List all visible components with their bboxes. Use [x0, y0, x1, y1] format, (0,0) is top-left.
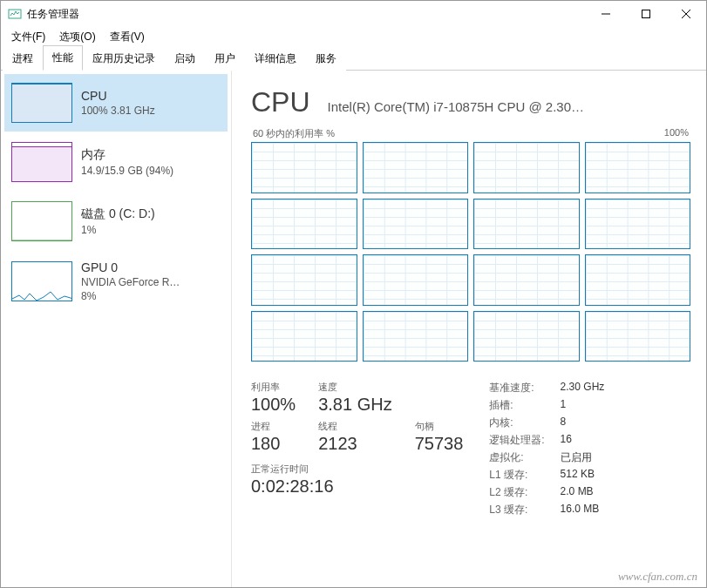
detail-panel: CPU Intel(R) Core(TM) i7-10875H CPU @ 2.… [232, 71, 706, 587]
info-cores-label: 内核: [489, 416, 544, 430]
close-button[interactable] [666, 1, 706, 27]
info-sockets: 1 [561, 398, 605, 413]
menu-file[interactable]: 文件(F) [4, 28, 52, 46]
disk-thumbnail-chart [11, 201, 72, 241]
sidebar: CPU 100% 3.81 GHz 内存 14.9/15.9 GB (94%) … [1, 71, 232, 587]
cpu-model: Intel(R) Core(TM) i7-10875H CPU @ 2.30… [328, 99, 690, 114]
info-l3: 16.0 MB [561, 503, 605, 517]
tab-apphistory[interactable]: 应用历史记录 [83, 46, 165, 71]
stats-right-block: 基准速度:2.30 GHz 插槽:1 内核:8 逻辑处理器:16 虚拟化:已启用… [489, 381, 604, 517]
core-chart [473, 311, 580, 362]
core-chart [363, 142, 469, 193]
svg-rect-2 [642, 10, 650, 18]
core-chart [251, 311, 357, 362]
graph-labels: 60 秒内的利用率 % 100% [251, 127, 690, 140]
tab-startup[interactable]: 启动 [165, 46, 205, 71]
minimize-button[interactable] [586, 1, 626, 27]
sidebar-item-disk[interactable]: 磁盘 0 (C: D:) 1% [4, 193, 228, 250]
tab-processes[interactable]: 进程 [3, 46, 43, 71]
info-l3-label: L3 缓存: [489, 503, 544, 517]
watermark: www.cfan.com.cn [618, 570, 697, 584]
sidebar-gpu-sub2: 8% [81, 290, 180, 302]
core-chart [251, 142, 357, 193]
sidebar-cpu-name: CPU [81, 89, 155, 103]
sidebar-item-memory[interactable]: 内存 14.9/15.9 GB (94%) [4, 133, 228, 191]
detail-heading: CPU [251, 86, 310, 118]
core-chart [251, 254, 357, 306]
core-chart [363, 199, 469, 250]
core-chart [585, 311, 691, 362]
info-base: 2.30 GHz [561, 381, 605, 395]
core-chart [251, 199, 357, 250]
memory-thumbnail-chart [11, 142, 72, 182]
menu-bar: 文件(F) 选项(O) 查看(V) [1, 27, 706, 46]
sidebar-item-gpu[interactable]: GPU 0 NVIDIA GeForce R… 8% [4, 252, 228, 311]
stat-utilization: 利用率 100% [251, 381, 296, 415]
info-cores: 8 [561, 416, 605, 430]
gpu-thumbnail-chart [11, 261, 72, 301]
tab-users[interactable]: 用户 [205, 46, 245, 71]
info-base-label: 基准速度: [489, 381, 544, 395]
stat-threads: 线程 2123 [318, 420, 391, 454]
menu-options[interactable]: 选项(O) [52, 28, 102, 46]
maximize-button[interactable] [626, 1, 666, 27]
info-l2: 2.0 MB [561, 485, 605, 500]
detail-header: CPU Intel(R) Core(TM) i7-10875H CPU @ 2.… [251, 86, 690, 118]
core-chart [585, 142, 691, 193]
main-area: CPU 100% 3.81 GHz 内存 14.9/15.9 GB (94%) … [1, 71, 706, 587]
sidebar-mem-name: 内存 [81, 147, 173, 163]
window-controls [586, 1, 706, 27]
core-chart [585, 254, 691, 306]
stats-left-block: 利用率 100% 速度 3.81 GHz 进程 180 线程 2123 [251, 381, 463, 517]
tab-performance[interactable]: 性能 [43, 45, 83, 71]
core-chart [473, 254, 580, 306]
tab-services[interactable]: 服务 [306, 46, 346, 71]
info-virt: 已启用 [561, 450, 605, 465]
sidebar-gpu-sub: NVIDIA GeForce R… [81, 276, 180, 288]
cpu-thumbnail-chart [11, 83, 72, 123]
sidebar-mem-sub: 14.9/15.9 GB (94%) [81, 165, 173, 177]
tab-details[interactable]: 详细信息 [245, 46, 306, 71]
core-chart [585, 199, 691, 250]
menu-view[interactable]: 查看(V) [103, 28, 152, 46]
stat-uptime: 正常运行时间 0:02:28:16 [251, 463, 463, 497]
core-chart [363, 254, 469, 306]
info-l2-label: L2 缓存: [489, 485, 544, 500]
info-l1: 512 KB [561, 468, 605, 483]
info-lp-label: 逻辑处理器: [489, 433, 544, 448]
core-chart [363, 311, 469, 362]
stat-processes: 进程 180 [251, 420, 296, 454]
info-sockets-label: 插槽: [489, 398, 544, 413]
sidebar-gpu-name: GPU 0 [81, 260, 180, 274]
title-bar: 任务管理器 [1, 1, 706, 27]
stat-handles: 句柄 75738 [415, 420, 464, 454]
logical-processor-grid[interactable] [251, 142, 690, 362]
window-title: 任务管理器 [27, 7, 586, 22]
sidebar-disk-sub: 1% [81, 224, 155, 236]
sidebar-cpu-sub: 100% 3.81 GHz [81, 105, 155, 117]
stats-row: 利用率 100% 速度 3.81 GHz 进程 180 线程 2123 [251, 381, 690, 517]
stat-speed: 速度 3.81 GHz [318, 381, 391, 415]
tab-bar: 进程 性能 应用历史记录 启动 用户 详细信息 服务 [1, 46, 706, 71]
core-chart [473, 199, 580, 250]
info-l1-label: L1 缓存: [489, 468, 544, 483]
graph-label-right: 100% [664, 127, 689, 140]
app-icon [8, 7, 22, 21]
info-lp: 16 [561, 433, 605, 448]
info-virt-label: 虚拟化: [489, 450, 544, 465]
graph-label-left: 60 秒内的利用率 % [253, 127, 335, 140]
core-chart [473, 142, 580, 193]
sidebar-disk-name: 磁盘 0 (C: D:) [81, 206, 155, 222]
sidebar-item-cpu[interactable]: CPU 100% 3.81 GHz [4, 74, 228, 132]
